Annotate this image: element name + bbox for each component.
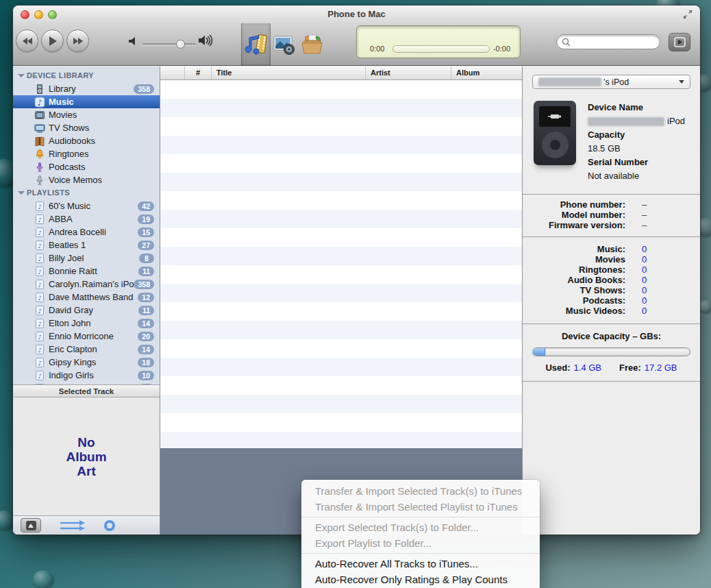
sidebar-item-playlist[interactable]: ♪ Bonnie Raitt 11 (13, 265, 160, 278)
minimize-button[interactable] (34, 10, 43, 19)
zoom-button[interactable] (48, 10, 57, 19)
photos-mode-button[interactable] (273, 32, 295, 56)
sidebar-item-playlist[interactable]: ♪ Dave Matthews Band 12 (13, 291, 160, 304)
sidebar-item-voice-memos[interactable]: Voice Memos (13, 173, 160, 186)
column-header-blank[interactable] (160, 66, 184, 79)
sidebar-item-library[interactable]: Library 358 (13, 82, 160, 95)
sidebar-item-ringtones[interactable]: Ringtones (13, 147, 160, 160)
title-bar[interactable]: Phone to Mac (13, 5, 700, 23)
search-field[interactable] (556, 34, 660, 49)
menu-item-autorecover-all[interactable]: Auto-Recover All Tracks to iTunes... (301, 556, 540, 572)
sidebar-item-playlist[interactable]: ♪ Ennio Morricone 20 (13, 330, 160, 343)
elapsed-time: 0:00 (370, 45, 384, 53)
playlist-label: 60's Music (49, 201, 138, 211)
capacity-value: 18.5 GB (588, 142, 685, 156)
count-badge: 358 (134, 280, 154, 289)
sidebar-item-playlist[interactable]: ♪ Elton John 14 (13, 317, 160, 330)
transfer-arrows-icon[interactable] (59, 519, 86, 532)
toolbar: 0:00 -0:00 (13, 23, 700, 66)
volume-knob[interactable] (176, 40, 185, 49)
sidebar-item-playlist[interactable]: ♪ David Gray 11 (13, 304, 160, 317)
column-header-artist[interactable]: Artist (365, 66, 451, 79)
count-badge: 14 (138, 345, 154, 354)
count-badge: 11 (138, 306, 154, 315)
volume-slider[interactable] (142, 43, 196, 45)
sidebar-item-label: TV Shows (49, 123, 154, 133)
svg-text:♪: ♪ (38, 281, 42, 288)
count-badge: 12 (138, 293, 154, 302)
count-badge: 20 (138, 332, 154, 341)
count-badge: 358 (134, 84, 154, 94)
count-badge: 19 (138, 215, 154, 224)
count-badge: 14 (138, 319, 154, 328)
sidebar-item-playlist[interactable]: ♪ Eric Clapton 14 (13, 343, 160, 356)
volume-min-icon (128, 36, 136, 47)
sidebar-item-playlist[interactable]: ♪ Billy Joel 8 (13, 252, 160, 265)
play-button[interactable] (41, 29, 64, 52)
column-header-album[interactable]: Album (451, 66, 522, 79)
music-and-video-mode-button[interactable] (244, 32, 268, 56)
device-library-header[interactable]: DEVICE LIBRARY (13, 69, 160, 82)
playlist-icon: ♪ (34, 370, 45, 381)
sidebar-item-playlist[interactable]: ♪ Andrea Bocelli 15 (13, 225, 160, 238)
files-mode-button[interactable] (300, 32, 324, 56)
previous-button[interactable] (16, 29, 38, 52)
used-value: 1.4 GB (574, 363, 601, 373)
menu-item-export-playlist: Export Playlist to Folder... (301, 535, 540, 551)
capacity-section-title: Device Capacity – GBs: (532, 331, 690, 341)
sidebar-item-movies[interactable]: Movies (13, 108, 160, 121)
playback-progress-bar[interactable] (392, 45, 490, 53)
eject-icon (26, 521, 36, 530)
album-art-toggle-button[interactable] (21, 518, 41, 532)
device-selector-dropdown[interactable]: 's iPod (532, 75, 690, 89)
playlist-label: Beatles 1 (49, 240, 138, 250)
sidebar-item-label: Audiobooks (49, 136, 154, 146)
microphone-purple-icon (34, 162, 45, 173)
movies-count-label: Movies (523, 254, 625, 265)
playlist-label: Elton John (49, 318, 138, 328)
column-header-title[interactable]: Title (211, 66, 365, 79)
menu-item-autorecover-ratings[interactable]: Auto-Recover Only Ratings & Play Counts (301, 572, 540, 587)
resize-arrows-icon[interactable] (682, 8, 694, 21)
browser-view-button[interactable] (669, 33, 690, 51)
sidebar-item-playlist[interactable]: ♪ Carolyn.Raiman's iPod 358 (13, 278, 160, 291)
source-list: DEVICE LIBRARY Library 358 ♪ (13, 66, 160, 384)
column-header-number[interactable]: # (184, 66, 211, 79)
next-button[interactable] (66, 29, 89, 52)
sidebar-item-playlist[interactable]: ♪ Indigo Girls 10 (13, 369, 160, 382)
desktop: Phone to Mac (0, 0, 711, 588)
count-badge: 11 (138, 267, 154, 276)
track-list-empty[interactable] (160, 80, 522, 448)
music-count-value: 0 (642, 244, 647, 254)
sidebar-item-podcasts[interactable]: Podcasts (13, 160, 160, 173)
sidebar-item-playlist[interactable]: ♪ 60's Music 42 (13, 199, 160, 212)
ipod-icon (34, 84, 45, 95)
menu-item-transfer-import-playlist: Transfer & Import Selected Playlist to i… (301, 499, 540, 515)
sidebar: DEVICE LIBRARY Library 358 ♪ (13, 66, 160, 535)
sync-status-icon[interactable] (104, 520, 115, 531)
playlist-icon: ♪ (34, 344, 45, 355)
sidebar-item-playlist[interactable]: ♪ ABBA 19 (13, 212, 160, 225)
ringtones-count-label: Ringtones: (523, 265, 625, 275)
playlists-header[interactable]: PLAYLISTS (13, 186, 160, 199)
sidebar-item-audiobooks[interactable]: Audiobooks (13, 134, 160, 147)
sidebar-item-playlist[interactable]: ♪ Beatles 1 27 (13, 238, 160, 252)
film-icon (34, 110, 45, 121)
device-panel: 's iPod (522, 66, 700, 535)
sidebar-item-playlist[interactable]: ♪ Gipsy Kings 18 (13, 356, 160, 369)
used-label: Used: (545, 363, 570, 373)
ringtones-count-value: 0 (642, 265, 647, 275)
phone-number-value: – (642, 199, 647, 210)
ipod-screen (539, 106, 571, 127)
close-button[interactable] (21, 10, 29, 19)
free-label: Free: (619, 363, 641, 373)
search-input[interactable] (571, 37, 653, 47)
phone-number-label: Phone number: (523, 199, 625, 210)
book-icon (34, 136, 45, 147)
sidebar-item-tv-shows[interactable]: TV Shows (13, 121, 160, 134)
svg-text:♪: ♪ (38, 268, 42, 275)
rewind-icon (22, 37, 33, 45)
usb-plug-icon (547, 112, 562, 121)
sidebar-item-music[interactable]: ♪ Music (13, 95, 160, 108)
playlist-label: ABBA (49, 214, 138, 224)
